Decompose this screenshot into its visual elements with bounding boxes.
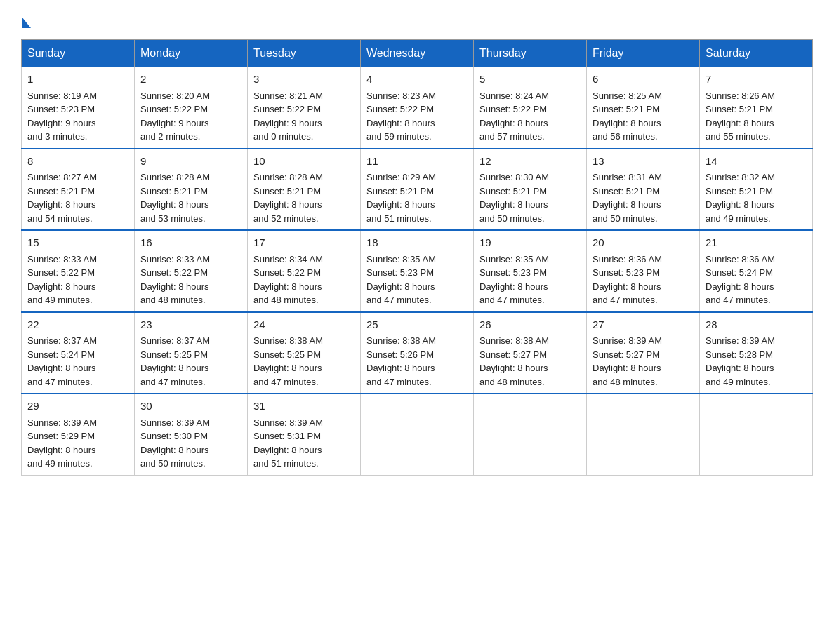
day-number: 17 [253,235,355,251]
day-number: 5 [479,72,581,88]
header-tuesday: Tuesday [248,40,361,67]
day-number: 11 [366,154,468,170]
calendar-cell: 14Sunrise: 8:32 AMSunset: 5:21 PMDayligh… [700,149,813,231]
day-info: Sunrise: 8:37 AMSunset: 5:24 PMDaylight:… [27,334,128,389]
calendar-cell: 4Sunrise: 8:23 AMSunset: 5:22 PMDaylight… [361,67,474,149]
day-info: Sunrise: 8:31 AMSunset: 5:21 PMDaylight:… [593,170,694,225]
day-number: 4 [366,72,468,88]
day-info: Sunrise: 8:39 AMSunset: 5:28 PMDaylight:… [706,334,807,389]
day-number: 8 [27,154,128,170]
day-info: Sunrise: 8:35 AMSunset: 5:23 PMDaylight:… [366,253,468,307]
calendar-cell: 15Sunrise: 8:33 AMSunset: 5:22 PMDayligh… [22,230,135,312]
day-info: Sunrise: 8:35 AMSunset: 5:23 PMDaylight:… [479,253,581,307]
header-sunday: Sunday [22,40,135,67]
day-number: 24 [253,317,355,333]
calendar-cell: 6Sunrise: 8:25 AMSunset: 5:21 PMDaylight… [587,67,700,149]
day-info: Sunrise: 8:38 AMSunset: 5:25 PMDaylight:… [253,334,355,389]
day-info: Sunrise: 8:25 AMSunset: 5:21 PMDaylight:… [593,89,694,144]
day-number: 19 [479,235,581,251]
day-info: Sunrise: 8:33 AMSunset: 5:22 PMDaylight:… [27,253,128,307]
day-number: 28 [706,317,807,333]
day-number: 10 [253,154,355,170]
day-info: Sunrise: 8:24 AMSunset: 5:22 PMDaylight:… [479,89,581,144]
day-number: 15 [27,235,128,251]
day-info: Sunrise: 8:28 AMSunset: 5:21 PMDaylight:… [253,170,355,225]
week-row-1: 1Sunrise: 8:19 AMSunset: 5:23 PMDaylight… [22,67,813,149]
header-monday: Monday [135,40,248,67]
day-number: 3 [253,72,355,88]
day-info: Sunrise: 8:19 AMSunset: 5:23 PMDaylight:… [27,89,128,144]
day-number: 23 [140,317,241,333]
day-info: Sunrise: 8:20 AMSunset: 5:22 PMDaylight:… [140,89,241,144]
day-info: Sunrise: 8:33 AMSunset: 5:22 PMDaylight:… [140,253,241,307]
calendar-cell: 21Sunrise: 8:36 AMSunset: 5:24 PMDayligh… [700,230,813,312]
calendar-cell: 24Sunrise: 8:38 AMSunset: 5:25 PMDayligh… [248,312,361,394]
calendar-cell: 22Sunrise: 8:37 AMSunset: 5:24 PMDayligh… [22,312,135,394]
day-info: Sunrise: 8:39 AMSunset: 5:31 PMDaylight:… [253,416,355,471]
week-row-3: 15Sunrise: 8:33 AMSunset: 5:22 PMDayligh… [22,230,813,312]
calendar-cell: 17Sunrise: 8:34 AMSunset: 5:22 PMDayligh… [248,230,361,312]
day-number: 9 [140,154,241,170]
day-info: Sunrise: 8:38 AMSunset: 5:27 PMDaylight:… [479,334,581,389]
calendar-cell: 1Sunrise: 8:19 AMSunset: 5:23 PMDaylight… [22,67,135,149]
day-info: Sunrise: 8:23 AMSunset: 5:22 PMDaylight:… [366,89,468,144]
calendar-cell: 11Sunrise: 8:29 AMSunset: 5:21 PMDayligh… [361,149,474,231]
day-number: 1 [27,72,128,88]
logo-arrow-icon [22,17,31,28]
calendar-cell [361,394,474,475]
day-info: Sunrise: 8:38 AMSunset: 5:26 PMDaylight:… [366,334,468,389]
day-number: 7 [706,72,807,88]
calendar-cell: 13Sunrise: 8:31 AMSunset: 5:21 PMDayligh… [587,149,700,231]
day-number: 16 [140,235,241,251]
calendar-cell: 9Sunrise: 8:28 AMSunset: 5:21 PMDaylight… [135,149,248,231]
day-number: 21 [706,235,807,251]
day-number: 29 [27,398,128,415]
week-row-5: 29Sunrise: 8:39 AMSunset: 5:29 PMDayligh… [22,394,813,475]
calendar-cell: 25Sunrise: 8:38 AMSunset: 5:26 PMDayligh… [361,312,474,394]
calendar-cell [587,394,700,475]
header-saturday: Saturday [700,40,813,67]
calendar-table: SundayMondayTuesdayWednesdayThursdayFrid… [21,39,813,476]
header-friday: Friday [587,40,700,67]
page-header [21,14,813,25]
day-info: Sunrise: 8:37 AMSunset: 5:25 PMDaylight:… [140,334,241,389]
calendar-cell: 28Sunrise: 8:39 AMSunset: 5:28 PMDayligh… [700,312,813,394]
day-info: Sunrise: 8:30 AMSunset: 5:21 PMDaylight:… [479,170,581,225]
day-number: 22 [27,317,128,333]
day-number: 20 [593,235,694,251]
calendar-cell: 19Sunrise: 8:35 AMSunset: 5:23 PMDayligh… [474,230,587,312]
calendar-cell: 31Sunrise: 8:39 AMSunset: 5:31 PMDayligh… [248,394,361,475]
header-row: SundayMondayTuesdayWednesdayThursdayFrid… [22,40,813,67]
logo [21,14,31,25]
calendar-cell: 16Sunrise: 8:33 AMSunset: 5:22 PMDayligh… [135,230,248,312]
calendar-cell [474,394,587,475]
day-info: Sunrise: 8:34 AMSunset: 5:22 PMDaylight:… [253,253,355,307]
day-info: Sunrise: 8:26 AMSunset: 5:21 PMDaylight:… [706,89,807,144]
calendar-cell: 30Sunrise: 8:39 AMSunset: 5:30 PMDayligh… [135,394,248,475]
calendar-cell: 18Sunrise: 8:35 AMSunset: 5:23 PMDayligh… [361,230,474,312]
calendar-cell: 7Sunrise: 8:26 AMSunset: 5:21 PMDaylight… [700,67,813,149]
calendar-cell: 26Sunrise: 8:38 AMSunset: 5:27 PMDayligh… [474,312,587,394]
day-info: Sunrise: 8:29 AMSunset: 5:21 PMDaylight:… [366,170,468,225]
day-number: 30 [140,398,241,415]
day-info: Sunrise: 8:39 AMSunset: 5:30 PMDaylight:… [140,416,241,471]
calendar-cell: 20Sunrise: 8:36 AMSunset: 5:23 PMDayligh… [587,230,700,312]
day-info: Sunrise: 8:36 AMSunset: 5:23 PMDaylight:… [593,253,694,307]
day-number: 26 [479,317,581,333]
calendar-cell [700,394,813,475]
day-number: 6 [593,72,694,88]
header-wednesday: Wednesday [361,40,474,67]
week-row-4: 22Sunrise: 8:37 AMSunset: 5:24 PMDayligh… [22,312,813,394]
day-number: 12 [479,154,581,170]
day-number: 27 [593,317,694,333]
calendar-cell: 5Sunrise: 8:24 AMSunset: 5:22 PMDaylight… [474,67,587,149]
calendar-cell: 2Sunrise: 8:20 AMSunset: 5:22 PMDaylight… [135,67,248,149]
day-info: Sunrise: 8:28 AMSunset: 5:21 PMDaylight:… [140,170,241,225]
calendar-cell: 29Sunrise: 8:39 AMSunset: 5:29 PMDayligh… [22,394,135,475]
day-info: Sunrise: 8:36 AMSunset: 5:24 PMDaylight:… [706,253,807,307]
day-info: Sunrise: 8:39 AMSunset: 5:27 PMDaylight:… [593,334,694,389]
day-number: 13 [593,154,694,170]
day-number: 14 [706,154,807,170]
day-number: 31 [253,398,355,415]
day-info: Sunrise: 8:27 AMSunset: 5:21 PMDaylight:… [27,170,128,225]
